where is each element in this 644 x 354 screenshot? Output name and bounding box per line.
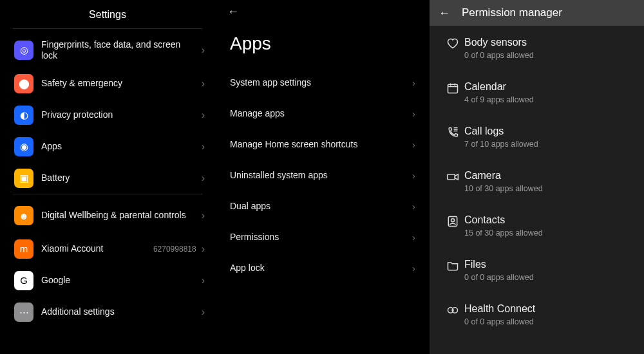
xiaomi-icon: m (14, 239, 33, 259)
permission-item-camera[interactable]: Camera10 of 30 apps allowed (430, 159, 644, 203)
permission-item-label: Contacts (464, 214, 543, 227)
settings-title: Settings (0, 5, 215, 28)
apps-item-label: App lock (230, 263, 265, 273)
settings-panel: Settings ◎Fingerprints, face data, and s… (0, 0, 215, 354)
settings-item-battery[interactable]: ▣Battery› (0, 162, 215, 194)
apps-item-system-app-settings[interactable]: System app settings› (216, 67, 430, 98)
apps-item-permissions[interactable]: Permissions› (216, 221, 430, 252)
settings-item-privacy-protection[interactable]: ◐Privacy protection› (0, 99, 215, 131)
fingerprint-icon: ◎ (14, 41, 33, 60)
settings-item-subtext: 6270998818 (153, 245, 196, 254)
chevron-right-icon: › (202, 141, 205, 153)
chevron-right-icon: › (202, 306, 205, 318)
permission-appbar: ← Permission manager (430, 0, 644, 26)
back-arrow-icon[interactable]: ← (227, 5, 239, 19)
apps-item-app-lock[interactable]: App lock› (216, 252, 430, 283)
settings-item-xiaomi-account[interactable]: mXiaomi Account6270998818› (0, 233, 215, 265)
heart-icon (441, 36, 464, 50)
google-icon: G (14, 271, 33, 290)
apps-item-dual-apps[interactable]: Dual apps› (216, 191, 430, 221)
chevron-right-icon: › (412, 170, 415, 181)
settings-item-additional-settings[interactable]: ⋯Additional settings› (0, 296, 215, 328)
calendar-icon (441, 80, 464, 95)
apps-item-label: Manage apps (230, 108, 285, 118)
back-arrow-icon[interactable]: ← (439, 6, 450, 20)
permission-item-subtext: 0 of 0 apps allowed (464, 51, 534, 60)
settings-item-label: Apps (33, 141, 198, 153)
settings-item-digital-wellbeing-parental-controls[interactable]: ☻Digital Wellbeing & parental controls› (0, 198, 215, 233)
permission-item-label: Camera (464, 169, 543, 182)
apps-item-label: Manage Home screen shortcuts (230, 139, 357, 149)
permission-item-label: Files (464, 258, 534, 271)
permission-item-subtext: 7 of 10 apps allowed (464, 140, 538, 149)
settings-item-label: Google (33, 275, 198, 286)
camera-icon (441, 169, 464, 183)
settings-item-fingerprints-face-data-and-screen-lock[interactable]: ◎Fingerprints, face data, and screen loc… (0, 33, 215, 68)
permission-item-subtext: 0 of 0 apps allowed (464, 273, 534, 282)
settings-item-label: Battery (33, 172, 198, 184)
permission-item-label: Health Connect (464, 303, 535, 315)
chevron-right-icon: › (202, 172, 205, 184)
apps-heading: Apps (216, 23, 430, 67)
settings-item-label: Xiaomi Account (33, 243, 153, 255)
permission-item-subtext: 10 of 30 apps allowed (464, 184, 543, 193)
chevron-right-icon: › (412, 201, 415, 212)
wellbeing-icon: ☻ (14, 206, 33, 225)
permission-item-files[interactable]: Files0 of 0 apps allowed (430, 248, 644, 292)
apps-item-uninstalled-system-apps[interactable]: Uninstalled system apps› (216, 160, 430, 191)
chevron-right-icon: › (412, 139, 415, 150)
permission-item-body-sensors[interactable]: Body sensors0 of 0 apps allowed (430, 26, 644, 70)
additional-icon: ⋯ (14, 303, 33, 322)
settings-item-google[interactable]: GGoogle› (0, 265, 215, 296)
privacy-icon: ◐ (14, 106, 33, 125)
permission-item-label: Calendar (464, 80, 534, 93)
safety-icon: ⬤ (14, 74, 33, 93)
chevron-right-icon: › (202, 109, 205, 121)
permission-item-subtext: 0 of 0 apps allowed (464, 317, 535, 326)
apps-item-label: Dual apps (230, 201, 270, 211)
apps-appbar: ← (216, 0, 430, 23)
settings-item-label: Digital Wellbeing & parental controls (33, 210, 198, 221)
chevron-right-icon: › (202, 78, 205, 89)
apps-item-label: Permissions (230, 232, 279, 242)
permission-item-calendar[interactable]: Calendar4 of 9 apps allowed (430, 70, 644, 115)
chevron-right-icon: › (202, 44, 205, 56)
settings-item-label: Fingerprints, face data, and screen lock (33, 39, 198, 62)
permission-item-subtext: 4 of 9 apps allowed (464, 95, 534, 104)
divider (13, 28, 202, 29)
health-icon (441, 303, 464, 317)
apps-item-manage-apps[interactable]: Manage apps› (216, 98, 430, 129)
permission-item-contacts[interactable]: Contacts15 of 30 apps allowed (430, 203, 644, 248)
permission-item-label: Call logs (464, 125, 538, 138)
chevron-right-icon: › (202, 243, 205, 255)
settings-item-label: Safety & emergency (33, 78, 198, 89)
chevron-right-icon: › (412, 108, 415, 119)
apps-panel: ← Apps System app settings›Manage apps›M… (215, 0, 430, 354)
permission-title: Permission manager (462, 6, 562, 19)
permission-item-subtext: 15 of 30 apps allowed (464, 228, 543, 238)
contacts-icon (441, 214, 464, 228)
permission-item-call-logs[interactable]: Call logs7 of 10 apps allowed (430, 115, 644, 159)
folder-icon (441, 258, 464, 272)
chevron-right-icon: › (412, 263, 415, 274)
permission-manager-panel: ← Permission manager Body sensors0 of 0 … (430, 0, 644, 354)
settings-item-safety-emergency[interactable]: ⬤Safety & emergency› (0, 68, 215, 99)
permission-item-health-connect[interactable]: Health Connect0 of 0 apps allowed (430, 292, 644, 337)
apps-item-manage-home-screen-shortcuts[interactable]: Manage Home screen shortcuts› (216, 129, 430, 160)
apps-icon: ◉ (14, 137, 33, 156)
chevron-right-icon: › (412, 77, 415, 88)
chevron-right-icon: › (202, 210, 205, 221)
apps-item-label: System app settings (230, 77, 311, 88)
settings-item-label: Privacy protection (33, 109, 198, 121)
phonelist-icon (441, 125, 464, 139)
chevron-right-icon: › (202, 275, 205, 286)
permission-item-label: Body sensors (464, 36, 534, 49)
divider (13, 194, 202, 194)
settings-item-apps[interactable]: ◉Apps› (0, 131, 215, 162)
chevron-right-icon: › (412, 232, 415, 243)
battery-icon: ▣ (14, 169, 33, 188)
apps-item-label: Uninstalled system apps (230, 170, 328, 180)
settings-item-label: Additional settings (33, 306, 198, 318)
